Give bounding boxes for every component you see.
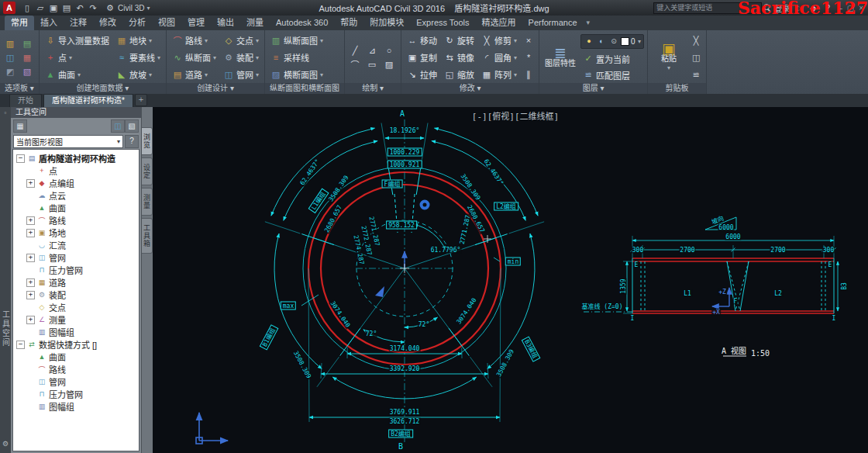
match-properties-button[interactable]: ≌ bbox=[689, 68, 703, 81]
tree-item[interactable]: ▥图幅组 bbox=[13, 400, 139, 413]
expander-icon[interactable]: + bbox=[26, 278, 35, 287]
paste-button[interactable]: ▣粘贴▾ bbox=[651, 32, 687, 83]
sample-lines-button[interactable]: ≡采样线 bbox=[268, 51, 326, 64]
layer-dropdown[interactable]: ●◐⊙0▾ bbox=[580, 34, 644, 49]
toolspace-tab-1[interactable]: 设定 bbox=[142, 157, 153, 185]
panel-label-3[interactable]: 纵断面图和横断面图 bbox=[265, 83, 344, 94]
tree-item[interactable]: ⊓压力管网 bbox=[13, 388, 139, 400]
copy-button[interactable]: ▣复制 bbox=[405, 51, 439, 64]
expander-icon[interactable]: + bbox=[26, 216, 35, 225]
app-logo-icon[interactable]: A bbox=[3, 2, 16, 14]
panel-label-4[interactable]: 绘制 ▾ bbox=[345, 83, 401, 94]
panel-label-0[interactable]: 选项板 ▾ bbox=[0, 83, 39, 94]
tree-item[interactable]: +◫管网 bbox=[13, 251, 139, 264]
corridor-button[interactable]: ▤道路▾ bbox=[170, 68, 219, 81]
explode-button[interactable]: * bbox=[522, 51, 536, 64]
import-survey-button[interactable]: ⇩导入测量数据 bbox=[43, 34, 112, 47]
assembly-button[interactable]: ⚙装配▾ bbox=[221, 51, 261, 64]
ribbon-tab-0[interactable]: 常用 bbox=[5, 16, 34, 30]
stretch-button[interactable]: ↘拉伸 bbox=[405, 68, 439, 81]
array-button[interactable]: ▦阵列▾ bbox=[479, 68, 519, 81]
ribbon-tab-5[interactable]: 视图 bbox=[152, 16, 181, 30]
line-button[interactable]: ╱ bbox=[348, 44, 362, 57]
ribbon-tab-2[interactable]: 注释 bbox=[64, 16, 93, 30]
tree-item[interactable]: −▤盾构隧道衬砌环构造 bbox=[13, 152, 139, 164]
erase-button[interactable]: × bbox=[522, 34, 536, 47]
parcels-button[interactable]: ▦地块▾ bbox=[114, 34, 163, 47]
surfaces-button[interactable]: ▲曲面▾ bbox=[43, 68, 112, 81]
expander-icon[interactable]: + bbox=[26, 254, 35, 262]
toolspace-tab-0[interactable]: 浏览 bbox=[142, 127, 153, 155]
file-tab-1[interactable]: 盾构隧道衬砌环构造* bbox=[43, 94, 133, 107]
polyline-button[interactable]: ⊿ bbox=[365, 44, 379, 57]
palette-properties-icon[interactable]: ⚙ bbox=[2, 440, 9, 448]
ribbon-tab-8[interactable]: 测量 bbox=[240, 16, 270, 30]
profile-button[interactable]: ∿纵断面▾ bbox=[170, 51, 219, 64]
panel-label-6[interactable]: 图层 ▾ bbox=[539, 83, 647, 94]
ribbon-tab-9[interactable]: Autodesk 360 bbox=[270, 16, 334, 30]
tree-item[interactable]: +▣场地 bbox=[13, 226, 139, 239]
new-tab-button[interactable]: + bbox=[135, 94, 147, 106]
trim-button[interactable]: ╳修剪▾ bbox=[479, 34, 519, 47]
expander-icon[interactable]: + bbox=[26, 316, 35, 324]
palettes-button[interactable]: ▧ bbox=[20, 65, 34, 78]
palette-title-bar[interactable]: ▫ 工具空间 ⚙ bbox=[0, 107, 11, 453]
rotate-button[interactable]: ↻旋转 bbox=[442, 34, 477, 47]
ribbon-tab-14[interactable]: Performance bbox=[522, 16, 584, 30]
panorama-button[interactable]: ◫ bbox=[3, 51, 17, 64]
tree-item[interactable]: +▦道路 bbox=[13, 276, 139, 289]
expander-icon[interactable]: + bbox=[26, 291, 35, 299]
panel-label-2[interactable]: 创建设计 ▾ bbox=[167, 83, 264, 94]
fillet-button[interactable]: ◜圆角▾ bbox=[479, 51, 519, 64]
tree-item[interactable]: +⌒路线 bbox=[13, 214, 139, 226]
section-views-button[interactable]: ▨横断面图▾ bbox=[268, 68, 326, 81]
panel-label-1[interactable]: 创建地面数据 ▾ bbox=[40, 83, 166, 94]
arc-button[interactable]: ⌒ bbox=[348, 58, 362, 71]
ribbon-minimize-button[interactable]: ▾ bbox=[587, 16, 591, 30]
layer-properties-button[interactable]: ≣图层特性 bbox=[542, 32, 578, 83]
view-selector-dropdown[interactable]: 当前图形视图 ▾ bbox=[13, 135, 123, 148]
ribbon-tab-12[interactable]: Express Tools bbox=[410, 16, 475, 30]
offset-button[interactable]: ∥ bbox=[522, 68, 536, 81]
copy-clip-button[interactable]: ◫ bbox=[689, 51, 703, 64]
ribbon-tab-1[interactable]: 插入 bbox=[34, 16, 64, 30]
tree-item[interactable]: ◫管网 bbox=[13, 375, 139, 388]
file-tab-0[interactable]: 开始 bbox=[9, 94, 42, 107]
expander-icon[interactable]: − bbox=[16, 341, 25, 349]
hatch-button[interactable]: ▨ bbox=[382, 58, 396, 71]
tree-item[interactable]: ◡汇流 bbox=[13, 239, 139, 251]
alignment-button[interactable]: ⌒路线▾ bbox=[170, 34, 219, 47]
toolspace-tab-2[interactable]: 测量 bbox=[142, 188, 153, 216]
tree-item[interactable]: +∠测量 bbox=[13, 313, 139, 326]
expander-icon[interactable]: − bbox=[16, 154, 25, 163]
ribbon-tab-11[interactable]: 附加模块 bbox=[363, 16, 410, 30]
event-viewer-button[interactable]: ▦ bbox=[20, 51, 34, 64]
cut-button[interactable]: ╳ bbox=[689, 34, 703, 47]
tree-item[interactable]: ◇交点 bbox=[13, 301, 139, 313]
feature-line-button[interactable]: ≈要素线▾ bbox=[114, 51, 163, 64]
drawing-canvas[interactable]: [-][俯视][二维线框]A18.1926°1000.2291000.921F编… bbox=[153, 107, 868, 453]
mirror-button[interactable]: ⇆镜像 bbox=[442, 51, 477, 64]
ribbon-tab-10[interactable]: 帮助 bbox=[334, 16, 363, 30]
ribbon-tab-3[interactable]: 修改 bbox=[93, 16, 122, 30]
expander-icon[interactable]: + bbox=[26, 179, 35, 188]
viewport-controls[interactable]: [-][俯视][二维线框] bbox=[471, 113, 560, 120]
inquiry-button[interactable]: ◩ bbox=[3, 65, 17, 78]
points-button[interactable]: +点▾ bbox=[43, 51, 112, 64]
ribbon-tab-4[interactable]: 分析 bbox=[122, 16, 152, 30]
expander-icon[interactable]: + bbox=[26, 229, 35, 237]
make-current-button[interactable]: ✓置为当前 bbox=[580, 53, 644, 65]
tree-item[interactable]: ▲曲面 bbox=[13, 202, 139, 214]
tree-item[interactable]: ⊓压力管网 bbox=[13, 264, 139, 276]
toolspace-button[interactable]: ▥ bbox=[3, 37, 17, 50]
circle-button[interactable]: ○ bbox=[382, 44, 396, 57]
ribbon-tab-13[interactable]: 精选应用 bbox=[476, 16, 522, 30]
tree-item[interactable]: ▥图幅组 bbox=[13, 326, 139, 338]
tree-item[interactable]: −⇄数据快捷方式 [] bbox=[13, 338, 139, 351]
ribbon-tab-7[interactable]: 输出 bbox=[211, 16, 240, 30]
tree-item[interactable]: +⚙装配 bbox=[13, 289, 139, 301]
tree-item[interactable]: ☁点云 bbox=[13, 189, 139, 202]
auto-hide-icon[interactable]: ▫ bbox=[5, 109, 7, 116]
properties-button[interactable]: ▤ bbox=[20, 37, 34, 50]
match-layer-button[interactable]: ≌匹配图层 bbox=[580, 69, 644, 81]
